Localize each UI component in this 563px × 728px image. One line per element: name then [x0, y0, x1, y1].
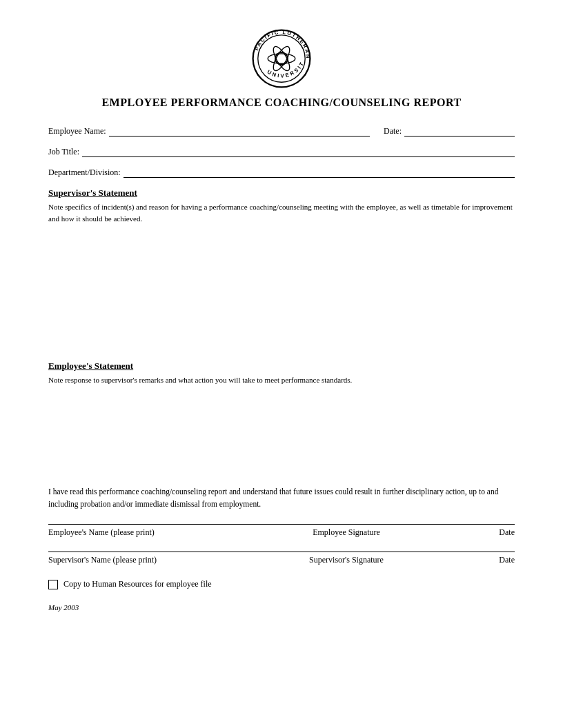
- employee-statement-instruction: Note response to supervisor's remarks an…: [48, 374, 515, 386]
- department-label: Department/Division:: [48, 168, 121, 178]
- employee-signature-label: Employee Signature: [247, 527, 446, 538]
- job-title-label: Job Title:: [48, 147, 79, 157]
- svg-text:PACIFIC LUTHERAN: PACIFIC LUTHERAN: [253, 29, 311, 60]
- logo-container: PACIFIC LUTHERAN UNIVERSITY: [250, 28, 313, 90]
- checkbox-row: Copy to Human Resources for employee fil…: [48, 579, 515, 589]
- supervisor-signature-label: Supervisor's Signature: [247, 555, 446, 565]
- page: PACIFIC LUTHERAN UNIVERSITY EMPLOYEE PER…: [48, 28, 515, 700]
- footer-date: May 2003: [48, 603, 515, 611]
- report-title: EMPLOYEE PERFORMANCE COACHING/COUNSELING…: [101, 97, 461, 109]
- form-body: Employee Name: Date: Job Title: Departme…: [48, 125, 515, 611]
- supervisor-statement-section: Supervisor's Statement Note specifics of…: [48, 188, 515, 354]
- employee-statement-heading: Employee's Statement: [48, 361, 515, 372]
- employee-date-label: Date: [446, 527, 515, 538]
- employee-name-line[interactable]: [109, 125, 370, 136]
- svg-point-3: [268, 54, 295, 63]
- signature-section: Employee's Name (please print) Employee …: [48, 524, 515, 565]
- signature-row-1: Employee's Name (please print) Employee …: [48, 524, 515, 538]
- department-line[interactable]: [124, 167, 515, 178]
- hr-copy-label: Copy to Human Resources for employee fil…: [63, 579, 212, 589]
- signature-row-2: Supervisor's Name (please print) Supervi…: [48, 552, 515, 565]
- hr-copy-checkbox[interactable]: [48, 580, 58, 589]
- employee-writing-area[interactable]: [48, 392, 515, 474]
- supervisor-date-label: Date: [446, 555, 515, 565]
- job-title-line[interactable]: [82, 146, 515, 157]
- supervisor-statement-heading: Supervisor's Statement: [48, 188, 515, 199]
- employee-name-row: Employee Name: Date:: [48, 125, 515, 136]
- employee-statement-section: Employee's Statement Note response to su…: [48, 361, 515, 474]
- employee-name-label: Employee Name:: [48, 126, 106, 136]
- acknowledgment-text: I have read this performance coaching/co…: [48, 485, 515, 511]
- date-line[interactable]: [404, 125, 515, 136]
- department-row: Department/Division:: [48, 167, 515, 178]
- university-logo: PACIFIC LUTHERAN UNIVERSITY: [250, 28, 313, 90]
- job-title-row: Job Title:: [48, 146, 515, 157]
- supervisor-name-print-label: Supervisor's Name (please print): [48, 555, 247, 565]
- supervisor-writing-area[interactable]: [48, 230, 515, 354]
- employee-name-print-label: Employee's Name (please print): [48, 527, 247, 538]
- date-label: Date:: [384, 126, 402, 136]
- supervisor-statement-instruction: Note specifics of incident(s) and reason…: [48, 201, 515, 224]
